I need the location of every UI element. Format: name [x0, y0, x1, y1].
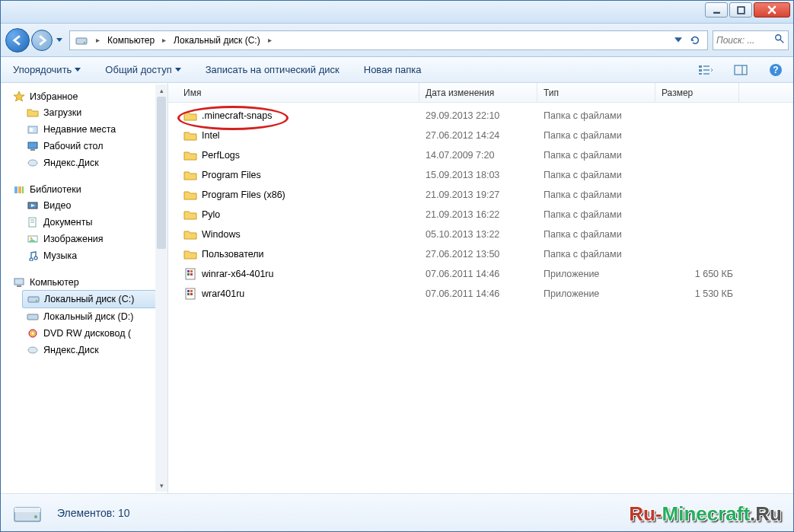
nav-history-dropdown[interactable]: [54, 28, 65, 53]
sidebar-item-drive-c[interactable]: Локальный диск (C:): [22, 290, 164, 308]
sidebar-item-desktop[interactable]: Рабочий стол: [1, 138, 167, 155]
file-type: Приложение: [537, 269, 655, 279]
file-date: 14.07.2009 7:20: [419, 150, 537, 161]
file-type: Папка с файлами: [537, 170, 655, 180]
sidebar-item-music[interactable]: Музыка: [1, 247, 167, 264]
sidebar-head-libraries[interactable]: Библиотеки: [1, 182, 167, 197]
preview-pane-button[interactable]: [731, 60, 751, 80]
file-row[interactable]: .minecraft-snaps29.09.2013 22:10Папка с …: [168, 106, 793, 126]
sidebar-item-pictures[interactable]: Изображения: [1, 231, 167, 247]
sidebar-item-label: Локальный диск (C:): [44, 294, 134, 304]
file-date: 27.06.2012 13:50: [419, 249, 537, 260]
column-date[interactable]: Дата изменения: [419, 83, 537, 102]
file-row[interactable]: PerfLogs14.07.2009 7:20Папка с файлами: [168, 145, 793, 165]
folder-icon: [183, 247, 197, 261]
sidebar-item-label: DVD RW дисковод (: [43, 328, 131, 339]
sidebar-item-label: Яндекс.Диск: [43, 158, 99, 168]
file-row[interactable]: Pylo21.09.2013 16:22Папка с файлами: [168, 205, 793, 225]
svg-rect-34: [28, 297, 39, 302]
svg-rect-42: [190, 270, 193, 272]
file-row[interactable]: Program Files15.09.2013 18:03Папка с фай…: [168, 165, 793, 185]
desktop-icon: [27, 140, 39, 152]
address-bar[interactable]: ▸ Компьютер ▸ Локальный диск (C:) ▸: [69, 30, 708, 50]
sidebar-head-favorites[interactable]: Избранное: [1, 89, 167, 104]
svg-rect-1: [738, 7, 745, 14]
help-button[interactable]: ?: [766, 60, 786, 80]
scrollbar-track[interactable]: [155, 97, 167, 479]
svg-rect-44: [190, 273, 193, 276]
file-row[interactable]: Program Files (x86)21.09.2013 19:27Папка…: [168, 185, 793, 205]
file-name: Program Files (x86): [202, 190, 285, 200]
folder-icon: [27, 107, 39, 119]
sidebar-item-label: Изображения: [43, 234, 104, 244]
maximize-button[interactable]: [729, 2, 752, 18]
folder-icon: [183, 168, 197, 182]
file-type: Приложение: [537, 288, 655, 299]
view-options-button[interactable]: [696, 60, 716, 80]
chevron-down-icon[interactable]: [671, 33, 686, 48]
video-icon: [27, 199, 39, 212]
dvd-icon: [27, 327, 39, 339]
document-icon: [27, 216, 39, 228]
new-folder-button[interactable]: Новая папка: [359, 61, 426, 78]
search-box[interactable]: [713, 30, 789, 50]
file-date: 27.06.2012 14:24: [419, 130, 537, 141]
svg-point-22: [28, 160, 37, 166]
file-row[interactable]: wrar401ru07.06.2011 14:46Приложение1 530…: [168, 284, 793, 304]
file-date: 05.10.2013 13:22: [419, 229, 537, 240]
scrollbar-thumb[interactable]: [157, 97, 166, 249]
toolbar: Упорядочить Общий доступ Записать на опт…: [1, 57, 793, 83]
share-button[interactable]: Общий доступ: [100, 61, 185, 78]
sidebar-item-dvd[interactable]: DVD RW дисковод (: [1, 325, 167, 342]
file-name: winrar-x64-401ru: [202, 269, 273, 279]
sidebar-head-computer[interactable]: Компьютер: [1, 275, 167, 290]
sidebar-item-label: Локальный диск (D:): [43, 311, 133, 322]
close-button[interactable]: [754, 2, 790, 18]
minimize-button[interactable]: [705, 2, 728, 18]
chevron-right-icon[interactable]: ▸: [158, 36, 171, 44]
svg-rect-9: [699, 69, 702, 72]
chevron-right-icon[interactable]: ▸: [91, 36, 104, 44]
burn-button[interactable]: Записать на оптический диск: [201, 61, 344, 78]
svg-rect-41: [187, 270, 190, 272]
svg-rect-19: [30, 128, 33, 132]
scroll-down-button[interactable]: ▾: [155, 479, 167, 492]
organize-button[interactable]: Упорядочить: [8, 61, 85, 78]
breadcrumb-computer[interactable]: Компьютер: [104, 31, 158, 49]
file-type: Папка с файлами: [537, 229, 655, 240]
search-icon[interactable]: [774, 33, 785, 46]
disk-icon: [27, 344, 39, 356]
file-row[interactable]: Intel27.06.2012 14:24Папка с файлами: [168, 126, 793, 145]
search-input[interactable]: [716, 35, 762, 46]
column-type[interactable]: Тип: [537, 83, 655, 102]
folder-icon: [183, 188, 197, 202]
sidebar-item-documents[interactable]: Документы: [1, 214, 167, 231]
file-type: Папка с файлами: [537, 110, 655, 121]
scroll-up-button[interactable]: ▴: [155, 84, 167, 97]
svg-point-6: [776, 35, 781, 40]
svg-rect-46: [187, 290, 190, 292]
file-row[interactable]: Windows05.10.2013 13:22Папка с файлами: [168, 225, 793, 244]
sidebar-item-yandexdisk2[interactable]: Яндекс.Диск: [1, 342, 167, 358]
sidebar-item-videos[interactable]: Видео: [1, 197, 167, 214]
sidebar-item-downloads[interactable]: Загрузки: [1, 104, 167, 121]
file-row[interactable]: winrar-x64-401ru07.06.2011 14:46Приложен…: [168, 264, 793, 284]
forward-button[interactable]: [31, 30, 53, 51]
svg-rect-21: [30, 149, 35, 151]
file-list: .minecraft-snaps29.09.2013 22:10Папка с …: [168, 103, 793, 493]
sidebar-item-yandexdisk[interactable]: Яндекс.Диск: [1, 155, 167, 171]
svg-rect-32: [14, 279, 24, 285]
breadcrumb-drive-c[interactable]: Локальный диск (C:): [171, 31, 263, 49]
back-button[interactable]: [5, 28, 30, 53]
drive-icon: [11, 497, 43, 529]
sidebar-item-recent[interactable]: Недавние места: [1, 121, 167, 138]
sidebar-item-drive-d[interactable]: Локальный диск (D:): [1, 308, 167, 325]
column-size[interactable]: Размер: [655, 83, 739, 102]
sidebar-item-label: Рабочий стол: [43, 141, 103, 151]
chevron-right-icon[interactable]: ▸: [263, 36, 276, 44]
column-name[interactable]: Имя: [168, 83, 419, 102]
sidebar-item-label: Документы: [43, 217, 92, 228]
file-row[interactable]: Пользователи27.06.2012 13:50Папка с файл…: [168, 244, 793, 264]
refresh-icon[interactable]: [687, 33, 703, 48]
file-name: .minecraft-snaps: [202, 110, 272, 121]
